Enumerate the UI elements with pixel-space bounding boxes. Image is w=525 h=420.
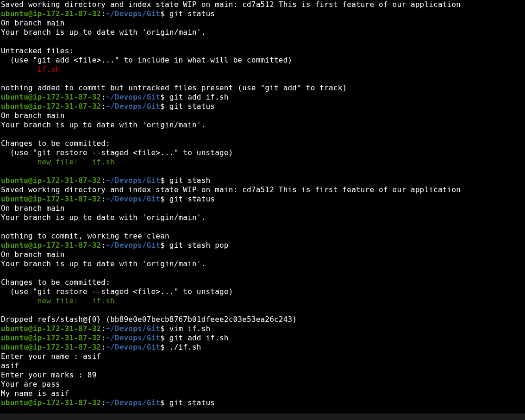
output-line: On branch main	[1, 204, 65, 213]
output-line: Changes to be committed:	[1, 278, 110, 287]
indent	[1, 157, 38, 166]
prompt-path: ~/Devops/Git	[106, 241, 160, 250]
command-text: git add if.sh	[169, 333, 229, 342]
prompt-path: ~/Devops/Git	[106, 102, 160, 111]
prompt-sep: :	[101, 343, 106, 351]
prompt-dollar: $	[160, 398, 169, 407]
prompt-user: ubuntu@ip-172-31-87-32	[1, 241, 101, 250]
prompt-sep: :	[101, 324, 106, 333]
prompt-dollar: $	[160, 241, 169, 250]
prompt-user: ubuntu@ip-172-31-87-32	[1, 398, 101, 407]
output-line: (use "git add <file>..." to include in w…	[1, 56, 292, 64]
prompt-path: ~/Devops/Git	[106, 324, 160, 333]
output-line: asif	[1, 361, 19, 370]
command-text: git status	[169, 102, 215, 111]
command-text: git stash	[169, 176, 211, 185]
output-line: Saved working directory and index state …	[1, 0, 461, 9]
command-text: git add if.sh	[169, 93, 229, 101]
prompt-dollar: $	[160, 194, 169, 203]
command-text: git status	[169, 194, 215, 203]
command-text: git status	[169, 9, 215, 18]
new-file: new file: if.sh	[38, 296, 115, 305]
untracked-file: if.sh	[38, 65, 60, 74]
prompt-user: ubuntu@ip-172-31-87-32	[1, 333, 101, 342]
prompt-dollar: $	[160, 343, 169, 351]
prompt-user: ubuntu@ip-172-31-87-32	[1, 93, 101, 101]
prompt-dollar: $	[160, 9, 169, 18]
prompt-path: ~/Devops/Git	[106, 333, 160, 342]
prompt-user: ubuntu@ip-172-31-87-32	[1, 9, 101, 18]
indent	[1, 296, 38, 305]
prompt-sep: :	[101, 333, 106, 342]
prompt-user: ubuntu@ip-172-31-87-32	[1, 102, 101, 111]
prompt-dollar: $	[160, 93, 169, 101]
command-text: ./if.sh	[169, 343, 201, 351]
output-line: Your branch is up to date with 'origin/m…	[1, 120, 206, 129]
output-line: Enter your name : asif	[1, 352, 101, 361]
output-line: Your branch is up to date with 'origin/m…	[1, 213, 206, 222]
command-text: vim if.sh	[169, 324, 211, 333]
output-line: Changes to be committed:	[1, 139, 110, 148]
output-line: Untracked files:	[1, 46, 74, 55]
prompt-sep: :	[101, 194, 106, 203]
output-line: nothing added to commit but untracked fi…	[1, 83, 347, 92]
prompt-sep: :	[101, 93, 106, 101]
prompt-user: ubuntu@ip-172-31-87-32	[1, 176, 101, 185]
output-line: On branch main	[1, 111, 65, 120]
prompt-path: ~/Devops/Git	[106, 398, 160, 407]
command-text: git stash pop	[169, 241, 229, 250]
prompt-sep: :	[101, 398, 106, 407]
prompt-path: ~/Devops/Git	[106, 93, 160, 101]
prompt-user: ubuntu@ip-172-31-87-32	[1, 324, 101, 333]
prompt-dollar: $	[160, 176, 169, 185]
output-line: Your branch is up to date with 'origin/m…	[1, 28, 206, 37]
taskbar[interactable]	[0, 414, 525, 420]
prompt-dollar: $	[160, 333, 169, 342]
output-line: On branch main	[1, 250, 65, 259]
output-line: Dropped refs/stash@{0} (bb89e0e07becb876…	[1, 315, 297, 324]
prompt-user: ubuntu@ip-172-31-87-32	[1, 194, 101, 203]
output-line: My name is asif	[1, 389, 69, 398]
new-file: new file: if.sh	[38, 157, 115, 166]
output-line: Your are pass	[1, 380, 60, 389]
output-line: On branch main	[1, 19, 65, 27]
prompt-path: ~/Devops/Git	[106, 343, 160, 351]
output-line: (use "git restore --staged <file>..." to…	[1, 287, 233, 296]
output-line: nothing to commit, working tree clean	[1, 232, 169, 240]
prompt-sep: :	[101, 176, 106, 185]
prompt-path: ~/Devops/Git	[106, 194, 160, 203]
indent	[1, 65, 38, 74]
command-text: git status	[169, 398, 215, 407]
prompt-sep: :	[101, 102, 106, 111]
prompt-dollar: $	[160, 102, 169, 111]
output-line: Enter your marks : 89	[1, 370, 97, 379]
terminal-output[interactable]: Saved working directory and index state …	[0, 0, 525, 407]
prompt-path: ~/Devops/Git	[106, 9, 160, 18]
prompt-user: ubuntu@ip-172-31-87-32	[1, 343, 101, 351]
output-line: Your branch is up to date with 'origin/m…	[1, 259, 206, 268]
prompt-path: ~/Devops/Git	[106, 176, 160, 185]
prompt-sep: :	[101, 9, 106, 18]
output-line: (use "git restore --staged <file>..." to…	[1, 148, 233, 157]
output-line: Saved working directory and index state …	[1, 185, 461, 194]
prompt-sep: :	[101, 241, 106, 250]
prompt-dollar: $	[160, 324, 169, 333]
